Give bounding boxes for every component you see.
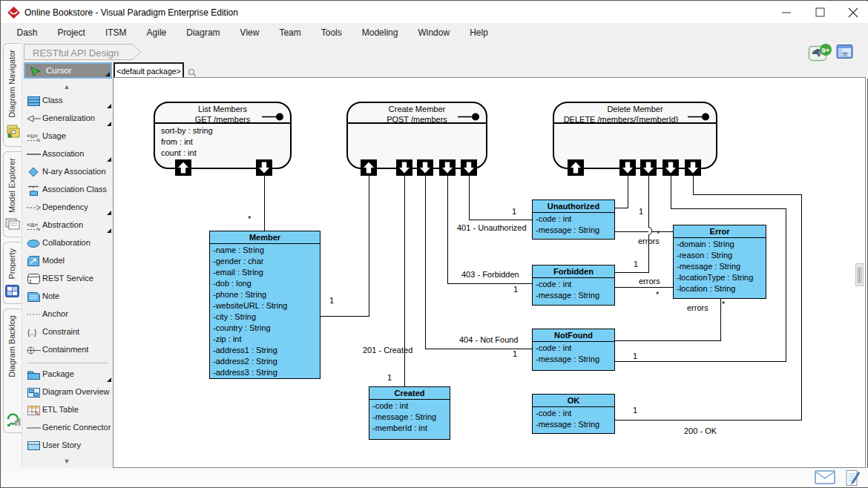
connector-delete-member-to-notfound[interactable] [671, 176, 671, 209]
connector-create-member-to-member[interactable] [320, 316, 369, 317]
port-up-create-member[interactable] [361, 159, 377, 176]
connector-list-members-to-member[interactable] [264, 176, 265, 232]
side-tab-diagram-navigator[interactable]: Diagram Navigator [3, 43, 22, 147]
package-tab[interactable]: <default package> [114, 62, 184, 78]
class-created[interactable]: Created-code : int-message : String-memb… [369, 386, 450, 440]
menu-item-help[interactable]: Help [460, 25, 499, 40]
connector-notfound-to-error[interactable] [720, 299, 721, 341]
class-forbidden[interactable]: Forbidden-code : int-message : String [532, 265, 615, 306]
class-attribute: -domain : String [674, 239, 766, 250]
menu-item-dash[interactable]: Dash [7, 25, 47, 40]
connector-notfound-to-error[interactable] [615, 340, 721, 341]
port-down-delete-member[interactable] [640, 159, 657, 176]
teamwork-notification-icon[interactable]: 9+ [808, 43, 833, 65]
port-up-list-members[interactable] [175, 159, 191, 176]
class-notfound[interactable]: NotFound-code : int-message : String [532, 329, 615, 371]
connector-delete-member-to-notfound[interactable] [615, 361, 786, 362]
palette-item-association-class[interactable]: Association Class [23, 182, 112, 198]
port-down-create-member[interactable] [396, 159, 412, 176]
palette-item-collaboration[interactable]: Collaboration [23, 235, 112, 251]
connector-create-member-to-unauthorized[interactable] [469, 220, 533, 220]
palette-item-containment[interactable]: Containment [23, 342, 112, 358]
palette-item-constraint[interactable]: {..}Constraint [23, 324, 112, 340]
side-tab-property[interactable]: Property [3, 242, 22, 304]
connector-delete-member-to-notfound[interactable] [786, 208, 786, 362]
close-button[interactable] [838, 1, 868, 23]
palette-item-abstraction[interactable]: «a»Abstraction [23, 217, 112, 234]
palette-item-package[interactable]: Package [23, 366, 112, 383]
palette-item-usage[interactable]: «u»Usage [23, 128, 112, 145]
menu-item-modeling[interactable]: Modeling [352, 25, 408, 40]
connector-forbidden-to-error[interactable] [615, 287, 674, 288]
connector-create-member-to-forbidden[interactable] [447, 176, 448, 284]
mail-icon[interactable] [815, 469, 835, 488]
palette-item-diagram-overview[interactable]: Diagram Overview [23, 384, 112, 400]
class-ok[interactable]: OK-code : int-message : String [532, 394, 615, 434]
report-icon[interactable] [844, 469, 861, 488]
connector-create-member-to-unauthorized[interactable] [469, 176, 470, 220]
class-attribute: -reason : String [674, 250, 766, 261]
association-class-icon [26, 184, 41, 196]
port-down-delete-member[interactable] [619, 159, 636, 176]
port-down-create-member[interactable] [439, 159, 456, 176]
palette-item-cursor[interactable]: Cursor [24, 62, 112, 79]
diagram-canvas[interactable]: List MembersGET /memberssort-by : string… [113, 77, 866, 468]
menu-item-tools[interactable]: Tools [311, 25, 352, 40]
palette-item-etl-table[interactable]: ETL Table [23, 402, 112, 418]
port-up-delete-member[interactable] [568, 159, 584, 176]
port-down-list-members[interactable] [256, 159, 272, 176]
palette-item-association[interactable]: Association [23, 146, 112, 162]
menu-item-agile[interactable]: Agile [137, 25, 177, 40]
palette-item-class[interactable]: Class [23, 93, 112, 109]
connector-delete-member-to-forbidden[interactable] [615, 272, 649, 273]
palette-item-n-ary-association[interactable]: N-ary Association [23, 164, 112, 180]
connector-delete-member-to-ok[interactable] [693, 176, 694, 195]
menu-item-itsm[interactable]: ITSM [95, 25, 137, 40]
connector-create-member-to-created[interactable] [404, 176, 405, 388]
port-down-create-member[interactable] [461, 159, 477, 176]
class-member[interactable]: Member-name : String-gender : char-email… [209, 231, 320, 379]
connector-delete-member-to-unauthorized[interactable] [628, 176, 628, 208]
port-down-delete-member[interactable] [685, 159, 701, 176]
connector-create-member-to-member[interactable] [369, 176, 369, 317]
palette-item-dependency[interactable]: Dependency [23, 200, 112, 216]
palette-item-generalization[interactable]: Generalization [23, 111, 112, 127]
side-tab-model-explorer[interactable]: Model Explorer [3, 151, 22, 237]
layout-panes-icon[interactable] [836, 44, 854, 63]
connector-delete-member-to-ok[interactable] [693, 194, 802, 195]
port-down-delete-member[interactable] [662, 159, 679, 176]
connector-label: * [722, 300, 725, 309]
palette-item-model[interactable]: Model [23, 253, 112, 269]
connector-delete-member-to-ok[interactable] [801, 194, 802, 421]
connector-delete-member-to-unauthorized[interactable] [615, 208, 628, 208]
palette-item-rest-service[interactable]: REST Service [23, 271, 112, 287]
splitter-grip[interactable] [855, 263, 864, 286]
svg-text:{..}: {..} [27, 329, 37, 337]
side-tab-diagram-backlog[interactable]: Diagram Backlog [3, 309, 22, 433]
provided-interface-icon [458, 113, 480, 121]
palette-item-note[interactable]: Note [23, 288, 112, 305]
palette-item-generic-connector[interactable]: Generic Connector [23, 420, 112, 436]
menu-item-project[interactable]: Project [47, 25, 95, 40]
minimize-button[interactable] [772, 1, 801, 23]
port-down-create-member[interactable] [417, 159, 433, 176]
connector-unauthorized-to-error[interactable] [615, 231, 674, 232]
maximize-button[interactable] [805, 1, 835, 23]
menu-item-team[interactable]: Team [269, 25, 311, 40]
menu-item-window[interactable]: Window [408, 25, 460, 40]
menu-item-diagram[interactable]: Diagram [177, 25, 230, 40]
menu-item-view[interactable]: View [230, 25, 269, 40]
palette-item-user-story[interactable]: User Story [23, 438, 112, 454]
palette-item-cursor-label: Cursor [46, 66, 72, 75]
class-error[interactable]: Error-domain : String-reason : String-me… [673, 225, 766, 299]
palette-scroll-down[interactable]: ▼ [59, 458, 74, 465]
breadcrumb[interactable]: RESTful API Design [24, 44, 144, 64]
connector-create-member-to-forbidden[interactable] [447, 283, 533, 284]
connector-delete-member-to-forbidden[interactable] [648, 176, 649, 273]
connector-delete-member-to-ok[interactable] [615, 420, 802, 421]
connector-create-member-to-notfound[interactable] [425, 176, 426, 349]
class-unauthorized[interactable]: Unauthorized-code : int-message : String [532, 200, 615, 240]
palette-item-anchor[interactable]: Anchor [23, 306, 112, 323]
palette-scroll-up[interactable]: ▲ [59, 83, 74, 90]
connector-delete-member-to-notfound[interactable] [671, 208, 786, 209]
